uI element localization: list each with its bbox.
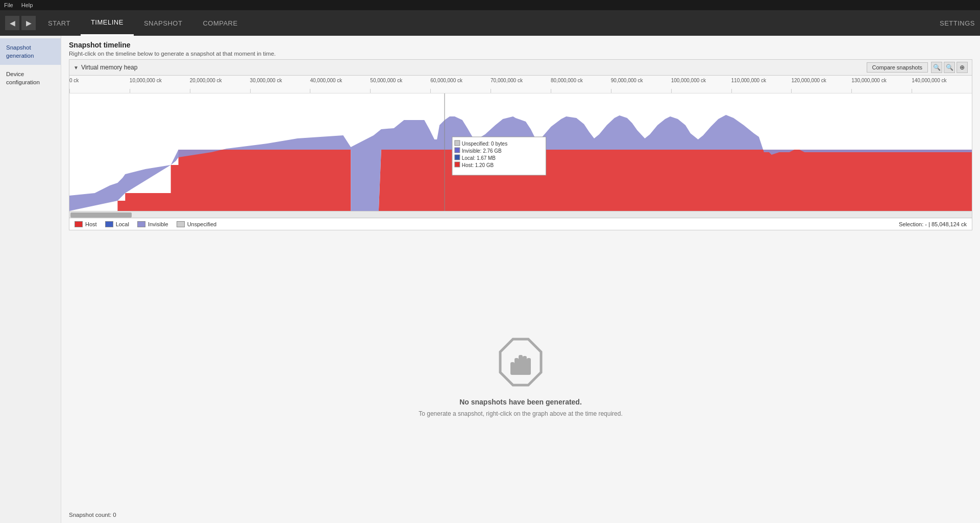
sidebar-item-device-configuration[interactable]: Device configuration [0, 65, 61, 91]
ruler-label-10: 100,000,000 ck [671, 78, 706, 83]
legend-unspecified-label: Unspecified [187, 221, 216, 227]
settings-button[interactable]: SETTINGS [940, 19, 975, 27]
legend-invisible: Invisible [137, 221, 168, 227]
ruler-tick-9 [611, 89, 611, 93]
ruler-tick-11 [731, 89, 732, 93]
tab-start[interactable]: START [38, 10, 81, 36]
legend-host-swatch [75, 221, 83, 227]
vmh-section: ▼ Virtual memory heap Compare snapshots … [69, 59, 972, 230]
vmh-label: Virtual memory heap [81, 64, 138, 71]
ruler-tick-5 [370, 89, 371, 93]
memory-chart[interactable]: Unspecified: 0 bytes Invisible: 2.76 GB … [69, 93, 972, 211]
sidebar: Snapshot generation Device configuration [0, 36, 61, 523]
tab-compare[interactable]: COMPARE [192, 10, 248, 36]
back-button[interactable]: ◀ [5, 16, 19, 30]
vmh-header: ▼ Virtual memory heap Compare snapshots … [69, 60, 972, 76]
svg-rect-9 [455, 162, 460, 167]
compare-snapshots-button[interactable]: Compare snapshots [867, 62, 928, 73]
ruler-label-13: 130,000,000 ck [851, 78, 886, 83]
ruler-tick-14 [912, 89, 912, 93]
chart-legend: Host Local Invisible Unspecified Selecti… [69, 218, 972, 230]
ruler-tick-4 [310, 89, 310, 93]
legend-local-swatch [105, 221, 113, 227]
scrollbar-thumb[interactable] [70, 212, 132, 218]
ruler-tick-8 [551, 89, 551, 93]
menu-bar: File Help [0, 0, 980, 10]
content-area: Snapshot timeline Right-click on the tim… [61, 36, 980, 523]
search-next-icon[interactable]: 🔍 [944, 62, 955, 73]
search-prev-icon[interactable]: 🔍 [931, 62, 942, 73]
chart-scrollbar[interactable] [69, 211, 972, 218]
timeline-subtitle: Right-click on the timeline below to gen… [69, 51, 972, 57]
timeline-title: Snapshot timeline [69, 41, 972, 49]
svg-rect-3 [455, 140, 460, 146]
menu-help[interactable]: Help [21, 2, 33, 8]
menu-file[interactable]: File [4, 2, 13, 8]
timeline-ruler: 0 ck10,000,000 ck20,000,000 ck30,000,000… [69, 76, 972, 93]
tab-bar: ◀ ▶ START TIMELINE SNAPSHOT COMPARE SETT… [0, 10, 980, 36]
legend-invisible-label: Invisible [148, 221, 168, 227]
ruler-tick-7 [491, 89, 491, 93]
legend-unspecified: Unspecified [177, 221, 216, 227]
chart-container[interactable]: 0 ck10,000,000 ck20,000,000 ck30,000,000… [69, 76, 972, 211]
svg-text:Local: 1.67 MB: Local: 1.67 MB [462, 155, 496, 161]
ruler-label-2: 20,000,000 ck [190, 78, 222, 83]
ruler-label-1: 10,000,000 ck [130, 78, 162, 83]
tab-timeline[interactable]: TIMELINE [81, 10, 134, 36]
ruler-label-7: 70,000,000 ck [491, 78, 523, 83]
legend-host: Host [75, 221, 97, 227]
ruler-tick-6 [430, 89, 431, 93]
legend-local-label: Local [116, 221, 129, 227]
svg-text:Invisible: 2.76 GB: Invisible: 2.76 GB [462, 148, 502, 154]
ruler-label-8: 80,000,000 ck [551, 78, 583, 83]
legend-host-label: Host [85, 221, 97, 227]
ruler-tick-10 [671, 89, 672, 93]
main-layout: Snapshot generation Device configuration… [0, 36, 980, 523]
ruler-label-4: 40,000,000 ck [310, 78, 342, 83]
tab-snapshot[interactable]: SNAPSHOT [134, 10, 193, 36]
ruler-label-9: 90,000,000 ck [611, 78, 643, 83]
ruler-label-14: 140,000,000 ck [912, 78, 946, 83]
ruler-tick-1 [130, 89, 130, 93]
ruler-label-12: 120,000,000 ck [791, 78, 826, 83]
selection-info: Selection: - | 85,048,124 ck [899, 221, 967, 227]
stop-hand-icon [495, 337, 546, 388]
footer: Snapshot count: 0 [69, 512, 116, 518]
ruler-label-3: 30,000,000 ck [250, 78, 282, 83]
svg-text:Unspecified: 0 bytes: Unspecified: 0 bytes [462, 141, 507, 147]
ruler-tick-3 [250, 89, 251, 93]
vmh-title: ▼ Virtual memory heap [74, 64, 137, 71]
ruler-label-6: 60,000,000 ck [430, 78, 462, 83]
svg-rect-17 [510, 367, 531, 375]
search-zoom-icon[interactable]: ⊕ [957, 62, 968, 73]
ruler-tick-0 [69, 89, 70, 93]
ruler-tick-13 [851, 89, 852, 93]
svg-rect-7 [455, 155, 460, 160]
legend-invisible-swatch [137, 221, 145, 227]
ruler-tick-2 [190, 89, 190, 93]
no-snapshots-subtitle: To generate a snapshot, right-click on t… [419, 410, 623, 417]
snapshot-count: Snapshot count: 0 [69, 512, 116, 518]
svg-text:Host: 1.20 GB: Host: 1.20 GB [462, 162, 494, 168]
sidebar-item-snapshot-generation[interactable]: Snapshot generation [0, 38, 61, 65]
timeline-header: Snapshot timeline Right-click on the tim… [61, 36, 980, 59]
ruler-label-0: 0 ck [69, 78, 79, 83]
legend-unspecified-swatch [177, 221, 185, 227]
svg-rect-5 [455, 148, 460, 153]
ruler-label-11: 110,000,000 ck [731, 78, 766, 83]
no-snapshots-area: No snapshots have been generated. To gen… [61, 230, 980, 523]
legend-local: Local [105, 221, 129, 227]
ruler-tick-12 [791, 89, 792, 93]
no-snapshots-title: No snapshots have been generated. [459, 398, 582, 406]
ruler-label-5: 50,000,000 ck [370, 78, 402, 83]
forward-button[interactable]: ▶ [21, 16, 36, 30]
collapse-arrow-icon[interactable]: ▼ [74, 65, 79, 70]
search-icons-group: 🔍 🔍 ⊕ [931, 62, 968, 73]
